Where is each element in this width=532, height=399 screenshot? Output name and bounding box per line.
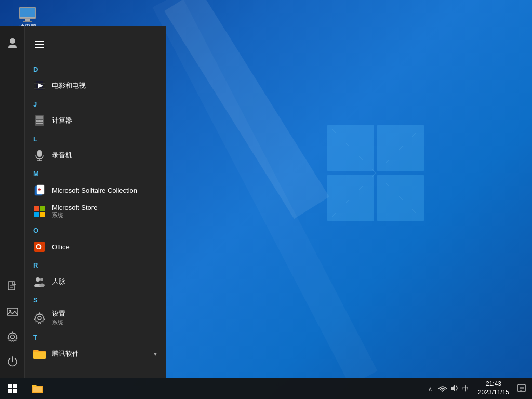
svg-rect-37 [37, 150, 42, 157]
svg-point-12 [10, 38, 15, 44]
svg-marker-62 [451, 384, 455, 392]
start-button[interactable] [0, 378, 25, 399]
people-label: 人脉 [52, 277, 65, 286]
settings-text: 设置 系统 [52, 309, 65, 326]
notification-icon [517, 384, 526, 393]
svg-point-53 [38, 316, 41, 320]
start-menu-sidebar [0, 26, 25, 378]
power-icon [7, 356, 18, 367]
tray-network-icon[interactable] [438, 384, 447, 393]
settings-icon [7, 331, 18, 342]
svg-rect-56 [13, 384, 17, 388]
gear-icon [34, 312, 45, 324]
svg-rect-55 [8, 384, 12, 388]
svg-rect-46 [40, 212, 45, 217]
svg-point-19 [10, 335, 14, 339]
settings-menu-icon [33, 312, 46, 324]
svg-rect-26 [34, 83, 45, 84]
tencent-folder-icon [33, 348, 46, 360]
section-t: T [25, 329, 166, 343]
section-m: M [25, 166, 166, 180]
document-icon [7, 281, 18, 292]
app-store[interactable]: Microsoft Store 系统 [25, 201, 166, 222]
app-people[interactable]: 人脉 [25, 271, 166, 292]
hamburger-area [25, 30, 166, 61]
hamburger-button[interactable] [29, 34, 50, 55]
clock-date: 2023/11/15 [478, 389, 509, 397]
file-explorer-icon [32, 384, 43, 393]
section-d: D [25, 61, 166, 75]
profile-icon [7, 37, 18, 48]
svg-rect-34 [36, 123, 38, 124]
sidebar-photos[interactable] [0, 299, 25, 324]
windows-logo-icon [8, 384, 17, 393]
clock-time: 21:43 [486, 380, 501, 389]
hamburger-icon [35, 41, 44, 48]
app-solitaire[interactable]: ♠ Microsoft Solitaire Collection [25, 180, 166, 201]
section-r: R [25, 257, 166, 271]
calculator-icon [33, 114, 46, 127]
svg-rect-63 [518, 384, 525, 392]
sidebar-profile[interactable] [0, 30, 25, 55]
svg-rect-20 [35, 41, 44, 42]
svg-rect-11 [23, 21, 32, 22]
svg-rect-22 [35, 47, 44, 48]
svg-rect-35 [38, 123, 41, 124]
section-o: O [25, 222, 166, 236]
solitaire-icon: ♠ [33, 184, 46, 196]
notification-button[interactable] [515, 378, 528, 399]
app-movies-tv[interactable]: 电影和电视 [25, 75, 166, 96]
svg-text:O: O [36, 243, 42, 251]
people-icon [33, 275, 46, 288]
taskbar-tray: ∧ 中 21:43 2023/11/15 [425, 378, 532, 399]
sidebar-power[interactable] [0, 349, 25, 374]
svg-rect-9 [20, 8, 35, 17]
tray-volume-icon[interactable] [450, 384, 458, 394]
svg-rect-32 [38, 120, 41, 122]
tray-icons: ∧ 中 [425, 384, 472, 394]
office-label: Office [52, 243, 70, 251]
ms-store-icon [34, 206, 45, 217]
svg-rect-24 [34, 81, 36, 90]
taskbar-clock[interactable]: 21:43 2023/11/15 [474, 380, 513, 396]
tray-chevron-icon[interactable]: ∧ [428, 385, 432, 392]
mic-icon [35, 150, 44, 161]
sidebar-document[interactable] [0, 274, 25, 299]
calculator-label: 计算器 [52, 116, 72, 125]
settings-name-label: 设置 [52, 309, 65, 318]
svg-rect-36 [41, 123, 43, 124]
volume-icon [450, 384, 458, 392]
movies-tv-label: 电影和电视 [52, 81, 86, 90]
svg-rect-31 [36, 120, 38, 122]
store-text: Microsoft Store 系统 [52, 204, 97, 219]
network-icon [438, 384, 447, 392]
settings-subtitle-label: 系统 [52, 318, 65, 326]
svg-rect-60 [33, 387, 42, 392]
svg-point-52 [39, 284, 45, 287]
svg-rect-10 [25, 19, 30, 21]
taskbar: ∧ 中 21:43 2023/11/15 [0, 378, 532, 399]
app-office[interactable]: O Office [25, 236, 166, 257]
svg-point-50 [40, 278, 43, 281]
tencent-label: 腾讯软件 [52, 349, 79, 358]
svg-rect-33 [41, 120, 43, 122]
svg-rect-21 [35, 44, 44, 45]
app-recorder[interactable]: 录音机 [25, 145, 166, 166]
tencent-arrow-icon: ▼ [153, 351, 158, 357]
movies-tv-icon [33, 79, 46, 92]
svg-rect-30 [36, 116, 43, 119]
store-name-label: Microsoft Store [52, 204, 97, 211]
file-explorer-taskbar-button[interactable] [25, 378, 50, 399]
tray-ime-label[interactable]: 中 [462, 384, 469, 393]
app-settings[interactable]: 设置 系统 [25, 306, 166, 329]
start-menu-app-list[interactable]: D 电影和电视 J [25, 26, 166, 378]
film-icon [34, 81, 45, 90]
app-calculator[interactable]: 计算器 [25, 110, 166, 131]
photos-icon [7, 307, 18, 317]
folder-icon [33, 349, 46, 359]
svg-rect-25 [43, 81, 45, 90]
app-tencent[interactable]: 腾讯软件 ▼ [25, 343, 166, 364]
sidebar-settings[interactable] [0, 324, 25, 349]
recorder-icon [33, 149, 46, 162]
svg-rect-57 [8, 389, 12, 393]
